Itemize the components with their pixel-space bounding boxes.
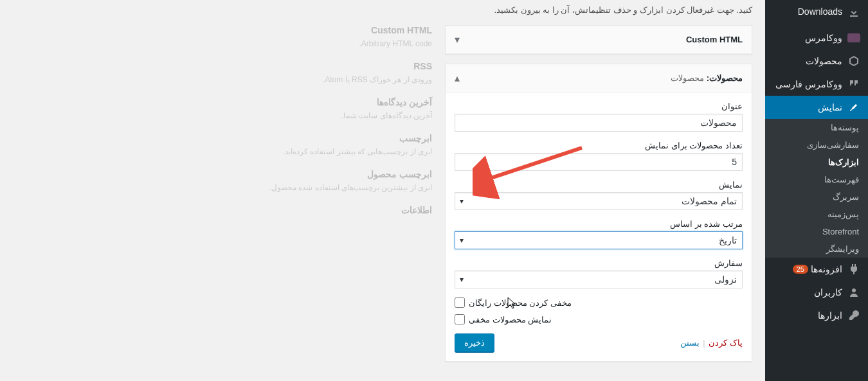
widget-products: محصولات: محصولات ▴ عنوان تعداد محصولات ب… [445, 64, 752, 362]
order-select[interactable]: نزولی [455, 270, 743, 288]
chevron-down-icon: ▾ [455, 33, 460, 46]
delete-link[interactable]: پاک کردن [709, 338, 743, 348]
avail-custom-html[interactable]: Custom HTML Arbitrary HTML code. [13, 25, 432, 48]
cube-icon [847, 55, 860, 67]
avail-desc: Arbitrary HTML code. [13, 39, 432, 48]
count-input[interactable] [455, 153, 743, 171]
avail-title: اطلاعات [13, 205, 432, 215]
avail-product-tag-cloud[interactable]: ابرچسب محصول ابری از بیشترین برچسب‌های ا… [13, 169, 432, 192]
sidebar-label: افزونه‌ها [811, 264, 842, 274]
avail-meta[interactable]: اطلاعات [13, 205, 432, 215]
sub-editor[interactable]: ویرایشگر [765, 240, 868, 258]
widget-custom-html: Custom HTML ▾ [445, 25, 752, 55]
plugins-badge: 25 [793, 265, 808, 274]
sub-themes[interactable]: پوسته‌ها [765, 119, 868, 136]
svg-rect-0 [847, 33, 860, 42]
title-label: عنوان [455, 102, 743, 111]
sidebar-label: ووکامرس [805, 33, 842, 43]
sidebar-label: نمایش [818, 102, 842, 112]
avail-recent-comments[interactable]: آخرین دیدگاه‌ها آخرین دیدگاه‌های سایت شم… [13, 97, 432, 120]
count-label: تعداد محصولات برای نمایش [455, 141, 743, 150]
save-button[interactable]: ذخیره [455, 333, 494, 352]
available-widgets: Custom HTML Arbitrary HTML code. RSS ورو… [13, 25, 432, 371]
widget-header[interactable]: محصولات: محصولات ▴ [446, 64, 752, 93]
users-icon [847, 286, 860, 299]
sub-menus[interactable]: فهرست‌ها [765, 171, 868, 188]
sub-storefront[interactable]: Storefront [765, 223, 868, 240]
sidebar-item-tools[interactable]: ابزارها [765, 304, 868, 327]
sidebar-item-products[interactable]: محصولات [765, 49, 868, 73]
sidebar-label: کاربران [814, 287, 842, 297]
intro-text: کنید. جهت غیرفعال کردن ابزارک و حذف تنظی… [13, 0, 752, 25]
sidebar-label: محصولات [806, 56, 842, 66]
widget-title: محصولات: محصولات [671, 73, 743, 83]
sub-header[interactable]: سربرگ [765, 188, 868, 206]
avail-rss[interactable]: RSS ورودی از هر خوراک RSS یا Atom. [13, 61, 432, 84]
admin-sidebar: Downloads ووکامرس محصولات ووکامرس فارسی … [765, 0, 868, 381]
sidebar-item-users[interactable]: کاربران [765, 281, 868, 304]
sidebar-item-appearance[interactable]: نمایش [765, 96, 868, 119]
avail-title: ابرچسب محصول [13, 169, 432, 179]
sidebar-label: ووکامرس فارسی [775, 79, 842, 89]
sub-customize[interactable]: سفارشی‌سازی [765, 136, 868, 154]
appearance-submenu: پوسته‌ها سفارشی‌سازی ابزارک‌ها فهرست‌ها … [765, 119, 868, 258]
main-content: کنید. جهت غیرفعال کردن ابزارک و حذف تنظی… [0, 0, 765, 381]
show-hidden-checkbox[interactable] [455, 314, 465, 324]
avail-desc: ابری از برچسب‌هایی که بیشتر استفاده کرده… [13, 147, 432, 156]
orderby-label: مرتب شده بر اساس [455, 219, 743, 229]
widget-header[interactable]: Custom HTML ▾ [446, 26, 752, 54]
sidebar-label: ابزارها [818, 310, 842, 321]
title-input[interactable] [455, 114, 743, 132]
avail-desc: آخرین دیدگاه‌های سایت شما. [13, 111, 432, 120]
avail-desc: ابری از بیشترین برچسب‌های استفاده شده مح… [13, 183, 432, 192]
svg-point-1 [852, 288, 856, 292]
sidebar-item-woocommerce[interactable]: ووکامرس [765, 26, 868, 49]
sidebar-label: Downloads [798, 6, 842, 17]
widget-area: Custom HTML ▾ محصولات: محصولات ▴ عنوان ت… [445, 25, 752, 371]
hide-free-label: مخفی کردن محصولات رایگان [469, 298, 572, 308]
avail-title: ابرچسب [13, 133, 432, 143]
quote-icon [847, 78, 860, 91]
avail-title: RSS [13, 61, 432, 71]
hide-free-checkbox[interactable] [455, 297, 465, 308]
woo-icon [847, 31, 860, 44]
avail-title: آخرین دیدگاه‌ها [13, 97, 432, 107]
sidebar-item-downloads[interactable]: Downloads [765, 0, 868, 23]
show-select[interactable]: تمام محصولات [455, 192, 743, 210]
sidebar-item-woo-fa[interactable]: ووکامرس فارسی [765, 73, 868, 96]
brush-icon [847, 101, 860, 114]
orderby-select[interactable]: تاریخ [455, 231, 743, 249]
chevron-up-icon: ▴ [455, 72, 460, 84]
widget-links: پاک کردن | بستن [680, 338, 743, 348]
sub-background[interactable]: پس‌زمینه [765, 206, 868, 223]
sidebar-item-plugins[interactable]: افزونه‌ها 25 [765, 258, 868, 281]
show-label: نمایش [455, 180, 743, 190]
avail-tag-cloud[interactable]: ابرچسب ابری از برچسب‌هایی که بیشتر استفا… [13, 133, 432, 156]
download-icon [847, 5, 860, 18]
avail-title: Custom HTML [13, 25, 432, 35]
widget-body: عنوان تعداد محصولات برای نمایش نمایش تما… [446, 93, 752, 361]
plugin-icon [847, 263, 860, 276]
order-label: سفارش [455, 258, 743, 268]
close-link[interactable]: بستن [680, 338, 700, 348]
sub-widgets[interactable]: ابزارک‌ها [765, 154, 868, 171]
widget-title: Custom HTML [686, 35, 743, 44]
tools-icon [847, 309, 860, 322]
show-hidden-label: نمایش محصولات مخفی [469, 315, 552, 324]
avail-desc: ورودی از هر خوراک RSS یا Atom. [13, 75, 432, 84]
